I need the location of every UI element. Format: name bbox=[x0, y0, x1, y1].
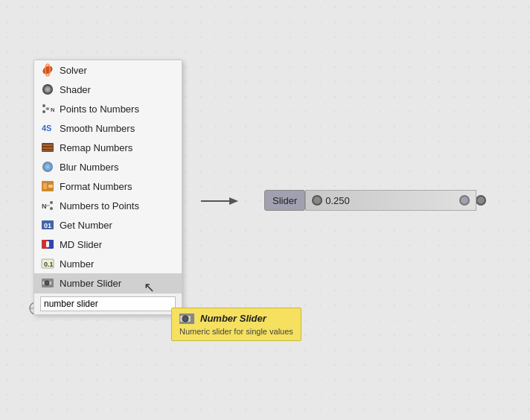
tooltip-icon bbox=[179, 314, 194, 324]
menu-item-numbers-to-points-label: Numbers to Points bbox=[60, 200, 139, 211]
svg-rect-14 bbox=[42, 150, 53, 151]
menu-item-points-to-numbers-label: Points to Numbers bbox=[60, 104, 139, 115]
menu-item-remap-numbers-label: Remap Numbers bbox=[60, 142, 132, 153]
menu-item-get-number[interactable]: 01 Get Number bbox=[34, 215, 182, 235]
smooth-numbers-icon: 4S bbox=[40, 121, 55, 136]
menu-item-blur-numbers-label: Blur Numbers bbox=[60, 162, 118, 173]
svg-text:01: 01 bbox=[44, 222, 51, 229]
menu-item-smooth-numbers-label: Smooth Numbers bbox=[60, 123, 135, 134]
svg-rect-27 bbox=[46, 241, 49, 247]
menu-item-points-to-numbers[interactable]: N Points to Numbers bbox=[34, 99, 182, 118]
menu-item-number-label: Number bbox=[60, 258, 94, 270]
menu-item-get-number-label: Get Number bbox=[60, 220, 112, 231]
svg-point-2 bbox=[41, 64, 54, 76]
menu-item-smooth-numbers[interactable]: 4S Smooth Numbers bbox=[34, 118, 182, 138]
svg-marker-1 bbox=[229, 197, 238, 205]
svg-point-6 bbox=[42, 110, 45, 113]
menu-item-shader-label: Shader bbox=[60, 84, 91, 95]
svg-text:N: N bbox=[42, 203, 47, 210]
slider-output-dot bbox=[459, 195, 470, 206]
svg-point-5 bbox=[42, 104, 45, 107]
svg-rect-17 bbox=[43, 183, 47, 189]
tooltip-title-label: Number Slider bbox=[200, 313, 266, 324]
solver-icon bbox=[40, 63, 55, 77]
number-slider-icon bbox=[40, 276, 55, 290]
tooltip-description: Numeric slider for single values bbox=[179, 327, 293, 336]
md-slider-icon bbox=[40, 237, 55, 252]
arrow-connector bbox=[201, 194, 238, 209]
menu-item-format-numbers-label: Format Numbers bbox=[60, 181, 132, 192]
shader-icon bbox=[40, 82, 55, 97]
svg-text:N: N bbox=[51, 106, 54, 113]
points-to-numbers-icon: N bbox=[40, 101, 55, 116]
svg-point-32 bbox=[45, 281, 49, 285]
svg-rect-18 bbox=[48, 185, 53, 188]
remap-numbers-icon bbox=[40, 140, 55, 155]
menu-item-blur-numbers[interactable]: Blur Numbers bbox=[34, 157, 182, 176]
tooltip: Number Slider Numeric slider for single … bbox=[171, 308, 301, 341]
menu-item-number[interactable]: 0.1 Number bbox=[34, 254, 182, 273]
svg-text:0.1: 0.1 bbox=[44, 261, 54, 268]
get-number-icon: 01 bbox=[40, 217, 55, 232]
number-icon: 0.1 bbox=[40, 256, 55, 271]
dropdown-menu: Solver Shader N Points to Numbers 4S bbox=[33, 60, 182, 315]
numbers-to-points-icon: N bbox=[40, 198, 55, 213]
svg-point-21 bbox=[50, 201, 53, 204]
blur-numbers-icon bbox=[40, 159, 55, 174]
slider-handle[interactable] bbox=[312, 195, 322, 206]
slider-track[interactable]: 0.250 bbox=[305, 190, 476, 211]
svg-point-15 bbox=[42, 162, 53, 172]
tooltip-title-row: Number Slider bbox=[179, 313, 293, 324]
slider-node: Slider 0.250 bbox=[264, 190, 486, 211]
menu-search-bar: number slider bbox=[34, 293, 182, 314]
menu-item-number-slider[interactable]: Number Slider bbox=[34, 273, 182, 293]
svg-rect-12 bbox=[42, 144, 53, 146]
menu-item-format-numbers[interactable]: Format Numbers bbox=[34, 176, 182, 196]
svg-text:4S: 4S bbox=[42, 124, 51, 133]
svg-point-22 bbox=[50, 207, 53, 210]
search-input[interactable]: number slider bbox=[40, 296, 176, 311]
menu-item-solver-label: Solver bbox=[60, 65, 87, 76]
svg-rect-13 bbox=[42, 147, 53, 149]
menu-item-md-slider[interactable]: MD Slider bbox=[34, 235, 182, 254]
svg-point-4 bbox=[42, 84, 53, 95]
menu-item-numbers-to-points[interactable]: N Numbers to Points bbox=[34, 196, 182, 215]
slider-value: 0.250 bbox=[325, 195, 350, 206]
slider-right-dot bbox=[476, 195, 486, 206]
menu-item-solver[interactable]: Solver bbox=[34, 60, 182, 80]
svg-point-35 bbox=[182, 316, 188, 322]
menu-item-md-slider-label: MD Slider bbox=[60, 239, 102, 250]
menu-item-shader[interactable]: Shader bbox=[34, 80, 182, 99]
slider-node-label[interactable]: Slider bbox=[264, 190, 305, 211]
format-numbers-icon bbox=[40, 179, 55, 194]
menu-item-number-slider-label: Number Slider bbox=[60, 278, 121, 289]
menu-item-remap-numbers[interactable]: Remap Numbers bbox=[34, 138, 182, 157]
